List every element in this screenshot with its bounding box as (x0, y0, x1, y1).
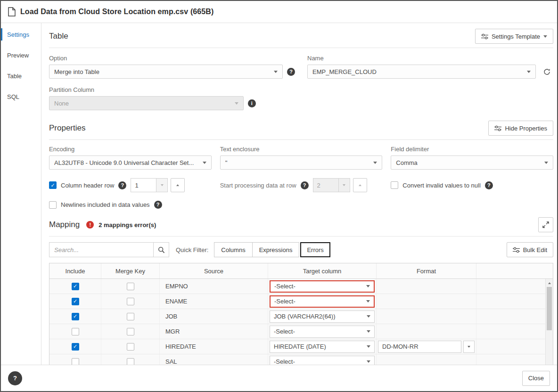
scrollbar-thumb[interactable] (547, 287, 552, 330)
mapping-grid-header: IncludeMerge KeySourceTarget columnForma… (49, 263, 553, 279)
mapping-section-header: Mapping ! 2 mappings error(s) (49, 217, 553, 237)
merge-key-checkbox[interactable] (127, 298, 134, 305)
merge-key-checkbox[interactable] (127, 328, 134, 335)
bulk-edit-button[interactable]: Bulk Edit (507, 242, 553, 257)
chevron-down-icon (367, 315, 370, 318)
column-header-row-field: ✓ Column header row ? (49, 178, 212, 192)
option-field: Option Merge into Table ? (49, 55, 295, 79)
column-header-row-input[interactable] (131, 178, 156, 192)
vertical-scrollbar[interactable] (545, 279, 553, 365)
target-column-select[interactable]: -Select- (270, 295, 375, 308)
text-enclosure-label: Text enclosure (220, 146, 383, 153)
convert-invalid-checkbox[interactable] (391, 181, 398, 189)
merge-key-checkbox[interactable] (127, 343, 134, 351)
target-column-select[interactable]: -Select- (270, 326, 375, 338)
newlines-label: Newlines included in data values (61, 201, 150, 208)
target-column-select[interactable]: -Select- (270, 356, 375, 365)
help-icon[interactable]: ? (301, 181, 309, 189)
spinner-down-button[interactable] (156, 178, 168, 192)
chevron-down-icon (366, 300, 370, 302)
settings-panel: Table Settings Template Option Merge int… (41, 23, 557, 365)
partition-column-select: None (49, 96, 244, 110)
table-section-header: Table Settings Template (49, 29, 553, 48)
close-button[interactable]: Close (522, 371, 550, 386)
settings-template-button[interactable]: Settings Template (475, 29, 553, 44)
start-processing-label: Start processing data at row (220, 182, 296, 189)
field-delimiter-field: Field delimiter Comma (391, 146, 553, 170)
format-value[interactable]: DD-MON-RR (378, 341, 461, 353)
chevron-down-icon (468, 346, 470, 348)
name-select[interactable]: EMP_MERGE_CLOUD (307, 65, 536, 79)
bulk-edit-label: Bulk Edit (523, 246, 547, 253)
chevron-down-icon (274, 71, 278, 73)
encoding-select[interactable]: AL32UTF8 - Unicode 9.0 Universal Charact… (49, 155, 212, 170)
include-checkbox[interactable]: ✓ (72, 298, 79, 305)
mapping-grid-body: ✓EMPNO-Select-✓ENAME-Select-✓JOBJOB (VAR… (49, 279, 553, 365)
include-checkbox[interactable] (72, 328, 79, 335)
dialog-header: Load Data from Cloud Store Location emp.… (1, 1, 557, 23)
chevron-down-icon (367, 345, 370, 348)
encoding-field: Encoding AL32UTF8 - Unicode 9.0 Universa… (49, 146, 212, 170)
mapping-grid: IncludeMerge KeySourceTarget columnForma… (49, 263, 553, 365)
table-heading: Table (49, 32, 68, 41)
option-select[interactable]: Merge into Table (49, 65, 283, 79)
search-button[interactable] (154, 242, 169, 257)
text-enclosure-select[interactable]: " (220, 155, 383, 170)
hide-properties-button[interactable]: Hide Properties (488, 121, 553, 136)
filter-errors-button[interactable]: Errors (300, 242, 330, 257)
help-icon[interactable]: ? (485, 181, 493, 189)
format-combo[interactable]: DD-MON-RR (378, 341, 475, 353)
sliders-icon (494, 125, 501, 131)
sidebar-item-preview[interactable]: Preview (1, 45, 41, 65)
include-checkbox[interactable]: ✓ (72, 343, 79, 351)
properties-heading: Properties (49, 123, 85, 133)
dialog-footer: ? Close (1, 365, 557, 391)
help-icon[interactable]: ? (154, 201, 162, 209)
maximize-button[interactable] (538, 217, 553, 232)
mapping-row: ✓HIREDATEHIREDATE (DATE)DD-MON-RR (49, 339, 553, 354)
column-header-filler (476, 263, 553, 278)
help-icon[interactable]: ? (287, 68, 295, 76)
search-input[interactable] (49, 242, 154, 257)
chevron-down-icon (367, 330, 370, 333)
info-icon[interactable]: i (248, 99, 256, 107)
include-checkbox[interactable]: ✓ (72, 283, 79, 290)
sidebar-item-sql[interactable]: SQL (1, 86, 41, 107)
target-column-select[interactable]: HIREDATE (DATE) (270, 341, 375, 353)
source-column-name: ENAME (165, 298, 187, 305)
column-header-row-spinner (131, 178, 168, 192)
chevron-down-icon (366, 285, 370, 287)
column-header-row-checkbox[interactable]: ✓ (49, 181, 57, 189)
newlines-checkbox[interactable] (49, 201, 57, 209)
mapping-row: ✓JOBJOB (VARCHAR2(64)) (49, 309, 553, 324)
document-icon (8, 7, 16, 16)
target-column-select[interactable]: -Select- (270, 280, 375, 293)
merge-key-checkbox[interactable] (127, 283, 134, 290)
chevron-down-icon (373, 162, 377, 164)
sidebar-item-table[interactable]: Table (1, 65, 41, 86)
merge-key-checkbox[interactable] (127, 313, 134, 320)
mapping-heading: Mapping (49, 220, 80, 229)
help-button[interactable]: ? (8, 371, 22, 385)
format-dropdown-button[interactable] (463, 341, 475, 353)
chevron-down-icon (367, 360, 370, 363)
merge-key-checkbox[interactable] (127, 358, 134, 365)
filter-columns-button[interactable]: Columns (214, 242, 252, 257)
filter-expressions-button[interactable]: Expressions (252, 242, 300, 257)
include-checkbox[interactable]: ✓ (72, 313, 79, 320)
source-column-name: HIREDATE (165, 343, 196, 350)
chevron-down-icon (203, 162, 206, 164)
chevron-down-icon (161, 184, 164, 186)
scroll-up-arrow[interactable] (546, 279, 553, 286)
spinner-up-button[interactable] (171, 178, 185, 192)
refresh-button[interactable] (540, 65, 553, 78)
name-label: Name (307, 55, 553, 62)
include-checkbox[interactable] (72, 358, 79, 365)
source-column-name: MGR (165, 328, 180, 335)
target-column-select[interactable]: JOB (VARCHAR2(64)) (270, 310, 375, 323)
source-column-name: EMPNO (165, 283, 188, 290)
field-delimiter-select[interactable]: Comma (391, 155, 553, 170)
encoding-label: Encoding (49, 146, 212, 153)
sidebar-item-settings[interactable]: Settings (1, 24, 41, 45)
help-icon[interactable]: ? (118, 181, 126, 189)
